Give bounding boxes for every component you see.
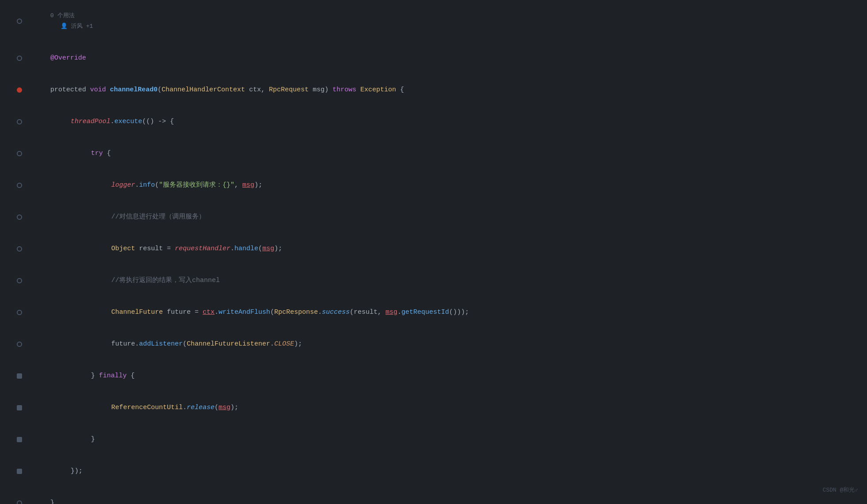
code-finally: } finally { (26, 360, 867, 392)
throws-kw-1: throws (332, 86, 360, 94)
gutter-icon-7 (17, 246, 22, 252)
gutter-icon-9 (17, 310, 22, 315)
line-close-execute: }); (0, 455, 867, 487)
gutter-icon-13 (17, 437, 22, 442)
kw-try: try (91, 150, 107, 157)
line-result: Object result = requestHandler.handle(ms… (0, 233, 867, 265)
code-editor: 0 个用法 👤 沂风 +1 @Override protected void c… (0, 0, 867, 504)
param-ctx-1: ctx, (245, 86, 269, 94)
gutter-icon-14 (17, 469, 22, 474)
paren1: (() -> { (142, 118, 174, 125)
author-1: 👤 沂风 +1 (50, 23, 93, 30)
param-msg-1: msg) (309, 86, 332, 94)
method-name-1: channelRead0 (110, 86, 158, 94)
line-close-finally: } (0, 424, 867, 455)
brace-open-1: { (396, 86, 404, 94)
type-object: Object (111, 245, 135, 252)
code-refcountutil: ReferenceCountUtil.release(msg); (26, 392, 867, 424)
brace-close-try: } (91, 372, 99, 380)
method-release: release (187, 404, 215, 411)
dot7: . (270, 340, 274, 348)
watermark: CSDN @和光♂ (822, 486, 858, 495)
line-addlistener: future.addListener(ChannelFutureListener… (0, 328, 867, 360)
method-success: success (322, 308, 350, 316)
gutter-icon-8 (17, 278, 22, 283)
var-future-1: future. (111, 340, 139, 348)
method-handle: handle (234, 245, 258, 252)
sig-open-1: ( (158, 86, 162, 94)
gutter-icon-5 (17, 183, 22, 188)
brace-try: { (107, 150, 111, 157)
method1-signature-row: protected void channelRead0(ChannelHandl… (0, 74, 867, 106)
method-writeflush: writeAndFlush (219, 308, 270, 316)
code-close-method1: } (26, 487, 867, 504)
keyword-protected: protected (50, 86, 90, 94)
type-channelfuture: ChannelFuture (111, 308, 163, 316)
gutter-icon-10 (17, 342, 22, 347)
var-msg-4: msg (219, 404, 230, 411)
gutter-icon-3 (17, 119, 22, 124)
code-result: Object result = requestHandler.handle(ms… (26, 233, 867, 265)
annotation-1: @Override (26, 42, 867, 74)
comma1: , (234, 181, 242, 189)
paren12: ); (230, 404, 238, 411)
line-close-method1: } (0, 487, 867, 504)
dot1: . (110, 118, 114, 125)
brace-close-finally: } (91, 436, 95, 443)
space2: future = (163, 308, 203, 316)
field-logger-1: logger (111, 181, 135, 189)
meta-text-1: 0 个用法 👤 沂风 +1 (26, 0, 867, 42)
gutter-icon-15 (17, 500, 22, 504)
gutter-icon-6 (17, 214, 22, 220)
brace-close-method1: } (50, 499, 54, 504)
paren4: ( (258, 245, 262, 252)
field-reqhandler: requestHandler (175, 245, 230, 252)
kw-finally: finally (99, 372, 131, 380)
brace-finally: { (131, 372, 135, 380)
code-comment-2: //将执行返回的结果，写入channel (26, 265, 867, 297)
paren9: ( (183, 340, 187, 348)
paren7: (result, (350, 308, 385, 316)
paren2: ( (155, 181, 159, 189)
paren11: ( (215, 404, 219, 411)
gutter-icon-12 (17, 405, 22, 410)
gutter-icon-1 (17, 19, 22, 24)
dot8: . (183, 404, 187, 411)
dot4: . (215, 308, 219, 316)
code-threadpool: threadPool.execute(() -> { (26, 106, 867, 138)
keyword-void-1: void (90, 86, 110, 94)
line-refcountutil: ReferenceCountUtil.release(msg); (0, 392, 867, 424)
field-threadpool: threadPool (71, 118, 110, 125)
dot6: . (397, 308, 401, 316)
space1: result = (135, 245, 175, 252)
code-logger-info: logger.info("服务器接收到请求：{}", msg); (26, 169, 867, 201)
method-getrequestid: getRequestId (401, 308, 449, 316)
var-msg-3: msg (385, 308, 397, 316)
method1-annotation-row: @Override (0, 42, 867, 74)
string-1: "服务器接收到请求：{}" (159, 181, 234, 189)
line-logger-info: logger.info("服务器接收到请求：{}", msg); (0, 169, 867, 201)
line-comment-1: //对信息进行处理（调用服务） (0, 201, 867, 233)
code-comment-1: //对信息进行处理（调用服务） (26, 201, 867, 233)
gutter-icon-4 (17, 151, 22, 156)
paren5: ); (274, 245, 282, 252)
paren8: ())); (449, 308, 469, 316)
var-msg-1: msg (242, 181, 254, 189)
dot3: . (230, 245, 234, 252)
field-close: CLOSE (274, 340, 294, 348)
var-msg-2: msg (262, 245, 274, 252)
code-addlistener: future.addListener(ChannelFutureListener… (26, 328, 867, 360)
type-cfl: ChannelFutureListener (187, 340, 270, 348)
paren3: ); (254, 181, 262, 189)
paren6: ( (270, 308, 274, 316)
method-info: info (139, 181, 155, 189)
code-close-execute: }); (26, 455, 867, 487)
paren10: ); (294, 340, 302, 348)
method-addlistener: addListener (139, 340, 183, 348)
line-finally: } finally { (0, 360, 867, 392)
gutter-icon-2 (17, 56, 22, 61)
code-channelfuture: ChannelFuture future = ctx.writeAndFlush… (26, 297, 867, 328)
method1-signature: protected void channelRead0(ChannelHandl… (26, 74, 867, 106)
method-execute: execute (114, 118, 142, 125)
type-rpcresponse: RpcResponse (274, 308, 318, 316)
